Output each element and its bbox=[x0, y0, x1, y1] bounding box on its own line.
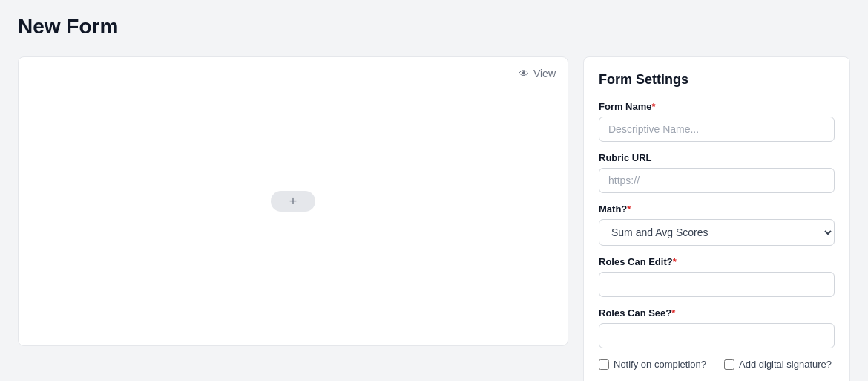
roles-see-input[interactable] bbox=[599, 323, 835, 348]
digital-signature-label[interactable]: Add digital signature? bbox=[724, 359, 832, 370]
math-required: * bbox=[627, 203, 631, 215]
digital-signature-checkbox[interactable] bbox=[724, 359, 734, 370]
roles-edit-required: * bbox=[673, 256, 677, 267]
plus-icon: + bbox=[289, 195, 297, 208]
settings-panel: Form Settings Form Name* Rubric URL Math… bbox=[583, 56, 850, 381]
checkboxes-row: Notify on completion? Add digital signat… bbox=[599, 359, 835, 370]
rubric-url-input[interactable] bbox=[599, 168, 835, 193]
eye-icon: 👁 bbox=[519, 68, 529, 79]
rubric-url-group: Rubric URL bbox=[599, 152, 835, 193]
roles-see-group: Roles Can See?* bbox=[599, 307, 835, 348]
roles-see-label: Roles Can See?* bbox=[599, 307, 835, 319]
settings-title: Form Settings bbox=[599, 72, 835, 88]
view-button[interactable]: 👁 View bbox=[519, 68, 556, 79]
add-field-button[interactable]: + bbox=[271, 191, 315, 212]
notify-completion-text: Notify on completion? bbox=[614, 359, 706, 370]
math-select[interactable]: Sum and Avg Scores bbox=[599, 219, 835, 246]
form-canvas-panel: + 👁 View bbox=[18, 56, 568, 346]
roles-edit-group: Roles Can Edit?* bbox=[599, 256, 835, 297]
math-label: Math?* bbox=[599, 203, 835, 215]
digital-signature-text: Add digital signature? bbox=[739, 359, 832, 370]
form-name-group: Form Name* bbox=[599, 101, 835, 142]
roles-edit-input[interactable] bbox=[599, 272, 835, 297]
notify-completion-label[interactable]: Notify on completion? bbox=[599, 359, 706, 370]
rubric-url-label: Rubric URL bbox=[599, 152, 835, 163]
form-name-input[interactable] bbox=[599, 117, 835, 142]
form-name-required: * bbox=[652, 101, 656, 112]
roles-see-required: * bbox=[671, 307, 675, 319]
main-layout: + 👁 View Form Settings Form Name* Rubric… bbox=[18, 56, 850, 381]
math-group: Math?* Sum and Avg Scores bbox=[599, 203, 835, 246]
notify-completion-checkbox[interactable] bbox=[599, 359, 609, 370]
view-button-label: View bbox=[533, 68, 556, 79]
roles-edit-label: Roles Can Edit?* bbox=[599, 256, 835, 267]
form-name-label: Form Name* bbox=[599, 101, 835, 112]
page-title: New Form bbox=[18, 15, 850, 39]
